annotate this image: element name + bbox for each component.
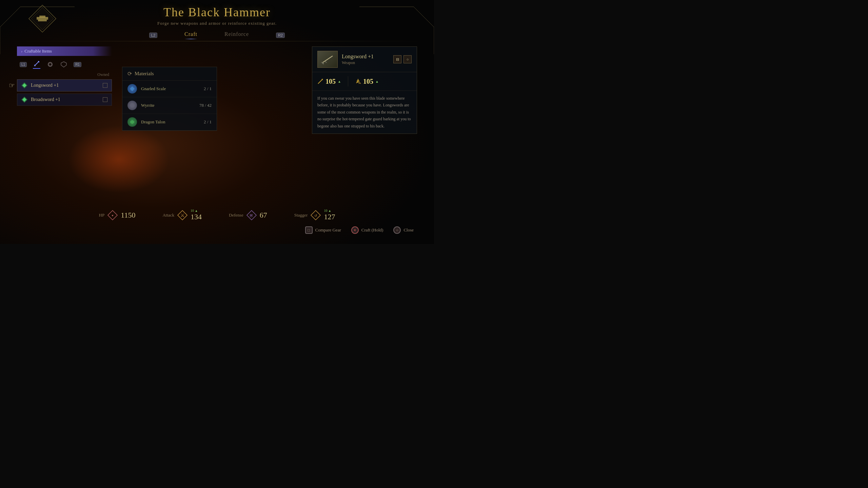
right-trigger-badge: R2 — [276, 33, 285, 38]
attack-value-group: 10 ▲ 134 — [191, 209, 202, 221]
shop-logo — [27, 3, 58, 34]
shop-subtitle: Forge new weapons and armor or reinforce… — [0, 21, 434, 26]
filter-accessories-icon[interactable] — [46, 61, 54, 68]
craft-button[interactable]: ✕ Craft (Hold) — [351, 226, 383, 234]
item-gem-icon — [21, 82, 27, 88]
compare-gear-icon: □ — [305, 226, 313, 234]
materials-scroll-icon: ⟳ — [127, 70, 132, 77]
detail-stagger-stat: 105 ▲ — [355, 78, 379, 85]
close-icon: ○ — [393, 226, 401, 234]
header: The Black Hammer Forge new weapons and a… — [0, 0, 434, 41]
left-panel: › Craftable Items L1 R1 Owned — [17, 46, 112, 134]
stat-group-attack: Attack ⚔ 10 ▲ 134 — [162, 209, 202, 221]
bottom-bar: HP ♥ 1150 Attack ⚔ 10 ▲ 134 — [0, 209, 434, 234]
hp-label: HP — [99, 212, 105, 218]
stat-group-defense: Defense ⛨ 67 — [229, 210, 267, 221]
materials-header: ⟳ Materials — [122, 67, 217, 81]
stagger-label: Stagger — [294, 212, 308, 218]
material-name: Dragon Talon — [141, 119, 204, 125]
svg-point-21 — [130, 103, 134, 107]
svg-marker-19 — [22, 98, 26, 102]
hp-value: 1150 — [121, 211, 135, 220]
defense-label: Defense — [229, 212, 243, 218]
materials-panel: ⟳ Materials Gnarled Scale 2 / 1 Wyrrite … — [122, 67, 217, 134]
attack-up-icon: ▲ — [338, 80, 341, 83]
selection-arrow-icon: ☞ — [9, 81, 15, 89]
attack-diamond-icon: ⚔ — [177, 210, 188, 221]
action-bar: □ Compare Gear ✕ Craft (Hold) ○ Close — [0, 226, 434, 234]
material-item: Gnarled Scale 2 / 1 — [122, 81, 217, 97]
hp-diamond-icon: ♥ — [107, 210, 118, 221]
material-name: Gnarled Scale — [141, 86, 204, 92]
attack-level-badge: 10 ▲ — [191, 209, 198, 212]
material-icon-gnarled-scale — [127, 84, 137, 94]
close-label: Close — [403, 227, 414, 233]
item-name: Broadsword +1 — [31, 97, 103, 102]
attack-value: 134 — [191, 212, 202, 221]
detail-item-type: Weapon — [342, 60, 374, 65]
stagger-up-icon: ▲ — [375, 80, 379, 83]
compare-gear-label: Compare Gear — [315, 227, 341, 233]
item-name: Longsword +1 — [31, 83, 103, 88]
left-trigger-badge: L2 — [149, 33, 157, 38]
detail-info: Longsword +1 Weapon — [342, 54, 374, 65]
tab-craft[interactable]: Craft — [184, 31, 197, 39]
stagger-value: 127 — [324, 212, 335, 221]
attack-label: Attack — [162, 212, 174, 218]
stagger-icon — [355, 78, 361, 84]
detail-box: Longsword +1 Weapon ⊟ ○ 105 ▲ — [312, 46, 417, 134]
list-item[interactable]: ☞ Longsword +1 — [17, 79, 112, 92]
svg-marker-22 — [130, 120, 134, 124]
detail-action-icons: ⊟ ○ — [393, 55, 412, 63]
svg-rect-9 — [38, 20, 47, 21]
craft-icon: ✕ — [351, 226, 359, 234]
material-name: Wyrrite — [141, 103, 199, 108]
stat-group-stagger: Stagger ↺ 10 ▲ 127 — [294, 209, 335, 221]
material-count: 78 / 42 — [199, 103, 212, 108]
svg-text:♥: ♥ — [112, 214, 114, 217]
filter-right-badge: R1 — [74, 62, 81, 67]
filter-tabs: L1 R1 — [17, 60, 112, 69]
attack-icon — [317, 78, 323, 84]
item-thumbnail — [317, 51, 338, 68]
svg-marker-17 — [61, 62, 66, 67]
material-item: Wyrrite 78 / 42 — [122, 97, 217, 114]
material-icon-dragon-talon — [127, 117, 137, 127]
item-list: ☞ Longsword +1 Broadsword +1 — [17, 79, 112, 106]
svg-text:⛨: ⛨ — [250, 213, 254, 218]
material-count: 2 / 1 — [204, 119, 212, 125]
stat-divider — [348, 76, 348, 86]
detail-attack-stat: 105 ▲ — [317, 78, 341, 85]
compare-gear-button[interactable]: □ Compare Gear — [305, 226, 341, 234]
item-checkbox — [103, 83, 107, 88]
svg-line-23 — [322, 56, 333, 63]
tab-bar: L2 Craft Reinforce R2 — [0, 31, 434, 41]
category-header: › Craftable Items — [17, 46, 112, 56]
item-gem-icon — [21, 97, 27, 103]
defense-value: 67 — [260, 211, 267, 220]
stagger-value: 105 — [363, 78, 373, 85]
detail-icon-btn-2[interactable]: ○ — [403, 55, 412, 63]
detail-icon-btn-1[interactable]: ⊟ — [393, 55, 401, 63]
svg-marker-18 — [22, 83, 26, 87]
shop-title: The Black Hammer — [0, 5, 434, 19]
svg-marker-20 — [130, 86, 135, 91]
material-icon-wyrrite — [127, 101, 137, 110]
list-item[interactable]: Broadsword +1 — [17, 94, 112, 106]
filter-armor-icon[interactable] — [60, 61, 67, 68]
materials-box: ⟳ Materials Gnarled Scale 2 / 1 Wyrrite … — [122, 67, 217, 131]
anvil-diamond-icon — [27, 3, 58, 34]
sword-thumbnail-icon — [319, 53, 336, 66]
svg-rect-10 — [39, 16, 45, 18]
detail-item-name: Longsword +1 — [342, 54, 374, 60]
close-button[interactable]: ○ Close — [393, 226, 414, 234]
svg-line-25 — [325, 61, 327, 63]
svg-point-16 — [49, 63, 52, 66]
materials-title: Materials — [135, 71, 154, 77]
stagger-level-badge: 10 ▲ — [324, 209, 331, 212]
tab-reinforce[interactable]: Reinforce — [224, 31, 249, 39]
detail-description: If you can swear you have seen this blad… — [312, 91, 417, 134]
material-item: Dragon Talon 2 / 1 — [122, 114, 217, 130]
stagger-value-group: 10 ▲ 127 — [324, 209, 335, 221]
filter-weapons-icon[interactable] — [33, 60, 40, 69]
